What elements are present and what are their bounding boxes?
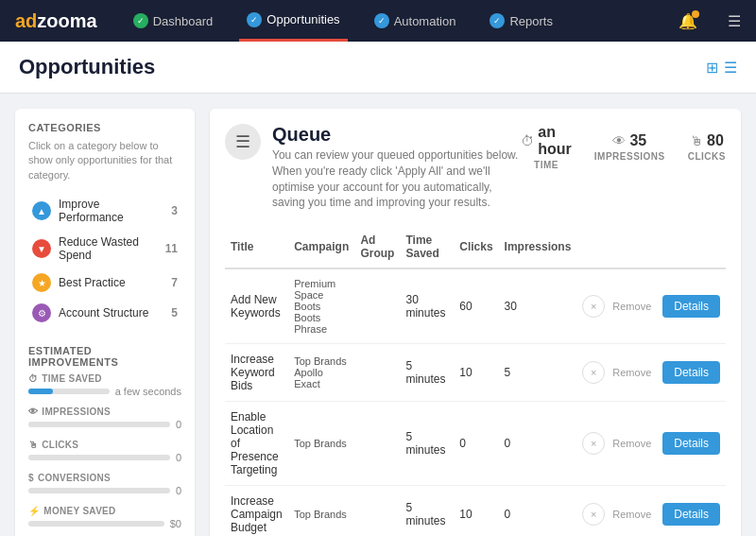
metric-value-conversions: 0 — [176, 485, 181, 496]
category-count-improve: 3 — [171, 204, 178, 217]
nav-opportunities[interactable]: ✓ Opportunities — [239, 0, 347, 42]
col-time-saved: Time Saved — [400, 226, 454, 268]
category-icon-improve: ▲ — [32, 201, 51, 220]
stat-impressions-value: 35 — [629, 132, 646, 149]
stat-eye-icon: 👁 — [612, 133, 626, 148]
details-button[interactable]: Details — [662, 295, 720, 318]
col-campaign: Campaign — [288, 226, 354, 268]
nav-reports[interactable]: ✓ Reports — [482, 0, 560, 42]
grid-view-button[interactable]: ⊞ — [706, 59, 718, 77]
remove-label[interactable]: Remove — [612, 509, 651, 520]
nav-label-opportunities: Opportunities — [266, 12, 339, 26]
metric-label-money: ⚡ MONEY SAVED — [28, 506, 181, 516]
metric-time-saved: ⏱ TIME SAVED a few seconds — [28, 373, 181, 397]
metric-impressions: 👁 IMPRESSIONS 0 — [28, 406, 181, 430]
nav-automation[interactable]: ✓ Automation — [367, 0, 464, 42]
stat-impressions-label: IMPRESSIONS — [594, 151, 665, 162]
metric-value-impressions: 0 — [176, 419, 181, 430]
table-row: Increase Campaign Budget Top Brands 5 mi… — [225, 486, 726, 536]
list-view-button[interactable]: ☰ — [724, 59, 737, 77]
remove-circle-button[interactable]: × — [582, 432, 605, 455]
stat-time-value: an hour — [538, 124, 572, 158]
queue-icon: ☰ — [225, 124, 261, 160]
category-label-account: Account Structure — [59, 306, 163, 320]
categories-section: CATEGORIES Click on a category below to … — [28, 122, 181, 328]
queue-header: ☰ Queue You can review your queued oppor… — [225, 124, 726, 211]
cell-campaign: Top Brands — [288, 402, 354, 486]
main-layout: CATEGORIES Click on a category below to … — [0, 94, 756, 536]
queue-stat-time: ⏱ an hour TIME — [521, 124, 572, 170]
cell-impressions: 0 — [499, 402, 577, 486]
clock-icon: ⏱ — [28, 373, 38, 384]
hamburger-menu[interactable]: ☰ — [728, 12, 741, 30]
table-row: Add New Keywords Premium Space BootsBoot… — [225, 268, 726, 344]
metric-conversions: $ CONVERSIONS 0 — [28, 473, 181, 496]
cell-time-saved: 5 minutes — [400, 402, 454, 486]
nav-dashboard[interactable]: ✓ Dashboard — [126, 0, 221, 42]
metric-value-time: a few seconds — [115, 386, 181, 397]
remove-circle-button[interactable]: × — [582, 295, 605, 318]
remove-label[interactable]: Remove — [612, 301, 651, 312]
details-button[interactable]: Details — [662, 503, 720, 526]
category-icon-reduce: ▼ — [32, 239, 51, 258]
cell-remove-action: × Remove — [576, 486, 657, 536]
lightning-icon: ⚡ — [28, 506, 40, 516]
cell-remove-action: × Remove — [576, 402, 657, 486]
queue-info: Queue You can review your queued opportu… — [272, 124, 521, 211]
col-clicks: Clicks — [454, 226, 498, 268]
notification-bell[interactable]: 🔔 — [679, 12, 697, 30]
remove-label[interactable]: Remove — [612, 438, 651, 449]
cell-time-saved: 5 minutes — [400, 486, 454, 536]
categories-description: Click on a category below to show only o… — [28, 139, 181, 182]
categories-title: CATEGORIES — [28, 122, 181, 133]
category-account-structure[interactable]: ⚙ Account Structure 5 — [28, 298, 181, 328]
metric-money-saved: ⚡ MONEY SAVED $0 — [28, 506, 181, 529]
remove-circle-button[interactable]: × — [582, 503, 605, 526]
stat-cursor-icon: 🖱 — [690, 133, 703, 148]
metric-clicks: 🖱 CLICKS 0 — [28, 440, 181, 463]
col-remove — [576, 226, 657, 268]
cell-campaign: Top BrandsApollo Exact — [288, 344, 354, 402]
category-label-reduce: Reduce Wasted Spend — [59, 235, 158, 262]
navbar: adzooma ✓ Dashboard ✓ Opportunities ✓ Au… — [0, 0, 756, 42]
cell-time-saved: 30 minutes — [400, 268, 454, 344]
cell-title: Increase Keyword Bids — [225, 344, 288, 402]
estimated-improvements-section: ESTIMATED IMPROVEMENTS ⏱ TIME SAVED a fe… — [28, 345, 181, 529]
cell-details-action: Details — [657, 402, 726, 486]
cell-title: Enable Location of Presence Targeting — [225, 402, 288, 486]
category-reduce-wasted[interactable]: ▼ Reduce Wasted Spend 11 — [28, 230, 181, 268]
table-row: Enable Location of Presence Targeting To… — [225, 402, 726, 486]
cell-impressions: 5 — [499, 344, 577, 402]
brand-logo[interactable]: adzooma — [15, 10, 97, 32]
cell-adgroup — [354, 344, 400, 402]
cell-title: Increase Campaign Budget — [225, 486, 288, 536]
cell-details-action: Details — [657, 268, 726, 344]
cell-details-action: Details — [657, 486, 726, 536]
dollar-icon: $ — [28, 473, 34, 483]
nav-dot-reports: ✓ — [490, 13, 505, 28]
cell-adgroup — [354, 268, 400, 344]
brand-prefix: ad — [15, 10, 37, 31]
bell-badge — [692, 10, 699, 18]
details-button[interactable]: Details — [662, 432, 720, 455]
cell-remove-action: × Remove — [576, 344, 657, 402]
queue-stat-clicks: 🖱 80 CLICKS — [688, 132, 726, 162]
category-improve-performance[interactable]: ▲ Improve Performance 3 — [28, 192, 181, 230]
cell-impressions: 0 — [499, 486, 577, 536]
col-adgroup: Ad Group — [354, 226, 400, 268]
improvements-title: ESTIMATED IMPROVEMENTS — [28, 345, 181, 368]
cell-impressions: 30 — [499, 268, 577, 344]
cell-remove-action: × Remove — [576, 268, 657, 344]
stat-clock-icon: ⏱ — [521, 133, 534, 148]
remove-circle-button[interactable]: × — [582, 361, 605, 384]
nav-label-dashboard: Dashboard — [153, 14, 214, 28]
category-count-reduce: 11 — [165, 242, 178, 255]
category-best-practice[interactable]: ★ Best Practice 7 — [28, 268, 181, 298]
remove-label[interactable]: Remove — [612, 367, 651, 378]
category-icon-account: ⚙ — [32, 303, 51, 322]
category-icon-best: ★ — [32, 273, 51, 292]
cell-campaign: Premium Space BootsBoots Phrase — [288, 268, 354, 344]
details-button[interactable]: Details — [662, 361, 720, 384]
category-label-improve: Improve Performance — [59, 198, 163, 224]
queue-description: You can review your queued opportunities… — [272, 147, 521, 211]
